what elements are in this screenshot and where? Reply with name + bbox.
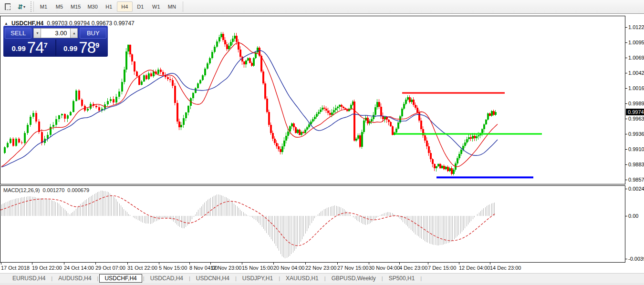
time-axis-tick	[305, 263, 306, 265]
tab-gbpusd[interactable]: GBPUSD,Weekly	[327, 275, 381, 282]
macd-main-value: 0.001270	[42, 187, 64, 193]
tab-usdchf[interactable]: USDCHF,H4	[99, 274, 142, 283]
price-axis-tick	[625, 73, 627, 73]
time-axis-label: 24 Oct 14:00	[64, 265, 94, 271]
macd-axis-label: -0.003913	[628, 256, 644, 262]
terminal-window: { "toolbar": { "icons": [ {"name": "sele…	[0, 0, 644, 285]
buy-button[interactable]: BUY	[80, 28, 106, 39]
timeframe-button-m15[interactable]: M15	[67, 1, 84, 12]
tab-usdcad[interactable]: USDCAD,H4	[145, 275, 188, 282]
price-axis-label: 0.99365	[628, 131, 644, 137]
collapse-panel-icon[interactable]: ▲	[4, 21, 8, 26]
window-bottom-edge	[0, 283, 644, 285]
macd-signal-line	[0, 196, 495, 246]
macd-indicator-pane[interactable]: MACD(12,26,9) 0.001270 0.000679	[0, 185, 625, 263]
volume-stepper: ▼ ▲	[33, 28, 78, 38]
one-click-trading-panel: SELL ▼ ▲ BUY 0.99 74 7	[3, 26, 108, 57]
price-axis-label: 0.99630	[628, 116, 644, 122]
sell-price[interactable]: 0.99 74 7	[5, 40, 55, 56]
tab-audusd[interactable]: AUDUSD,H4	[53, 275, 96, 282]
time-axis-label: 5 Nov 15:00	[159, 265, 187, 271]
time-axis-tick	[210, 263, 211, 265]
dropdown-arrow-icon: ▾	[23, 5, 25, 9]
buy-price[interactable]: 0.99 78 9	[57, 40, 107, 56]
sell-price-pips: 74	[27, 41, 44, 55]
tab-sp500[interactable]: SP500,H1	[384, 275, 420, 282]
time-axis-tick	[337, 263, 338, 265]
price-axis-tick	[625, 149, 627, 150]
time-axis-tick	[490, 263, 490, 265]
price-axis-tick	[625, 134, 627, 134]
volume-input[interactable]	[41, 28, 70, 38]
tab-eurusd[interactable]: EURUSD,H4	[8, 275, 50, 282]
tab-separator: |	[51, 275, 52, 281]
tab-usdjpy[interactable]: USDJPY,H1	[238, 275, 278, 282]
timeframe-button-h4[interactable]: H4	[117, 1, 133, 12]
timeframe-button-h1[interactable]: H1	[101, 1, 117, 12]
timeframe-button-d1[interactable]: D1	[133, 1, 148, 12]
time-axis-label: 30 Nov 04:00	[369, 265, 400, 271]
tab-separator: |	[324, 275, 326, 281]
macd-axis-tick	[625, 189, 627, 189]
time-axis-label: 31 Oct 22:00	[127, 265, 157, 271]
tab-usdcnh[interactable]: USDCNH,H4	[191, 275, 234, 282]
sell-price-base: 0.99	[12, 42, 26, 55]
time-axis-label: 7 Dec 15:00	[428, 265, 456, 271]
price-axis-label: 1.00955	[628, 40, 644, 45]
macd-chart[interactable]	[0, 186, 625, 262]
price-axis-label: 1.01220	[628, 24, 644, 30]
buy-price-base: 0.99	[63, 42, 77, 55]
timeframe-button-m5[interactable]: M5	[52, 1, 67, 12]
sell-button[interactable]: SELL	[5, 28, 31, 39]
tab-separator: |	[279, 275, 280, 281]
volume-decrease-button[interactable]: ▼	[33, 28, 41, 38]
price-axis-label: 1.00160	[628, 85, 644, 91]
time-axis-label: 4 Dec 23:00	[399, 265, 427, 271]
time-axis-label: 12 Nov 23:00	[210, 265, 241, 271]
time-axis-label: 12 Dec 04:00	[459, 265, 490, 271]
auto-arrange-icon[interactable]: ⇵ ▾	[15, 1, 28, 12]
tab-separator: |	[189, 275, 190, 281]
time-axis-tick	[64, 263, 64, 265]
macd-signal-value: 0.000679	[67, 187, 89, 193]
time-axis-label: 15 Nov 15:00	[242, 265, 273, 271]
timeframe-button-group: M1M5M15M30H1H4D1W1MN	[36, 1, 180, 12]
time-axis-label: 29 Oct 07:00	[95, 265, 125, 271]
macd-label: MACD(12,26,9) 0.001270 0.000679	[3, 187, 89, 193]
timeframe-button-m30[interactable]: M30	[84, 1, 101, 12]
price-axis-tick	[625, 180, 627, 180]
price-axis-label: 1.00690	[628, 55, 644, 61]
time-axis-tick	[369, 263, 369, 265]
timeframe-button-w1[interactable]: W1	[148, 1, 164, 12]
price-axis-tick	[625, 119, 627, 119]
time-axis-tick	[127, 263, 128, 265]
price-axis-tick	[625, 27, 627, 28]
chart-window: ▲ USDCHF,H4 0.99703 0.99794 0.99673 0.99…	[0, 14, 644, 273]
price-axis-tick	[625, 164, 627, 165]
time-axis-tick	[242, 263, 242, 265]
price-axis[interactable]: 0.99747 1.012201.009551.006901.004251.00…	[625, 16, 644, 263]
chart-tab-bar: EURUSD,H4|AUDUSD,H4|USDCHF,H4|USDCAD,H4|…	[0, 273, 644, 283]
time-axis-tick	[159, 263, 159, 265]
price-axis-tick	[625, 88, 627, 89]
volume-increase-button[interactable]: ▲	[70, 28, 78, 38]
timeframe-button-mn[interactable]: MN	[164, 1, 180, 12]
time-axis-label: 19 Oct 22:00	[32, 265, 62, 271]
time-axis-label: 17 Oct 2018	[1, 265, 30, 271]
time-axis-label: 27 Nov 15:00	[337, 265, 368, 271]
toolbar-separator	[31, 1, 34, 12]
tab-separator: |	[420, 275, 422, 281]
time-axis[interactable]: 17 Oct 201819 Oct 22:0024 Oct 14:0029 Oc…	[0, 263, 625, 273]
tab-xauusd[interactable]: XAUUSD,H1	[281, 275, 323, 282]
tab-separator: |	[235, 275, 237, 281]
current-price-badge: 0.99747	[626, 109, 644, 115]
tab-separator: |	[382, 275, 383, 281]
tab-separator: |	[143, 275, 145, 281]
tab-separator: |	[97, 275, 99, 281]
price-axis-tick	[625, 58, 627, 58]
time-axis-tick	[273, 263, 274, 265]
price-chart-pane[interactable]: ▲ USDCHF,H4 0.99703 0.99794 0.99673 0.99…	[0, 16, 625, 184]
timeframe-button-m1[interactable]: M1	[36, 1, 52, 12]
selection-tool-icon[interactable]	[1, 1, 14, 12]
price-axis-label: 0.98835	[628, 162, 644, 167]
